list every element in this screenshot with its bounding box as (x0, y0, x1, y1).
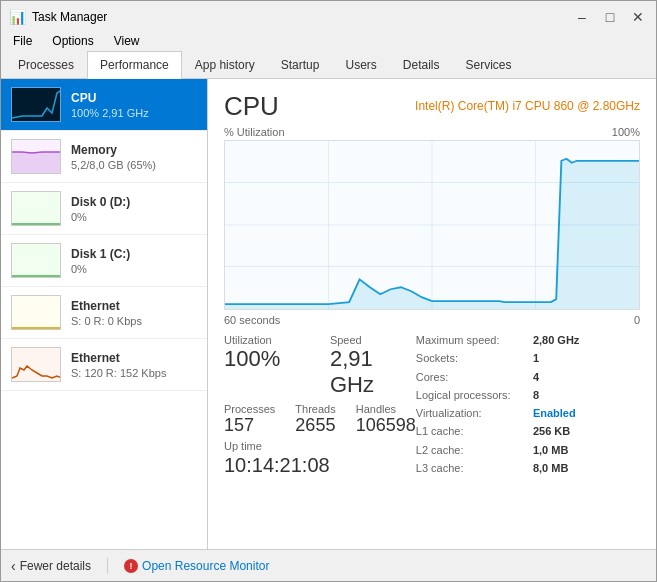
eth1-thumb-graph (12, 296, 61, 330)
handles-label: Handles (356, 403, 416, 415)
memory-thumb-graph (12, 140, 61, 174)
tab-services[interactable]: Services (453, 51, 525, 79)
memory-sub: 5,2/8,0 GB (65%) (71, 159, 197, 171)
title-bar: 📊 Task Manager – □ ✕ (1, 1, 656, 31)
stat-key-5: L1 cache: (416, 425, 523, 441)
speed-label: Speed (330, 334, 416, 346)
window-controls: – □ ✕ (572, 7, 648, 27)
sidebar-item-ethernet2[interactable]: Ethernet S: 120 R: 152 Kbps (1, 339, 207, 391)
stat-val-7: 8,0 MB (533, 462, 640, 478)
disk0-thumbnail (11, 191, 61, 226)
stats-section: Utilization 100% Speed 2,91 GHz Processe… (224, 334, 640, 478)
window-title: Task Manager (32, 10, 107, 24)
sidebar-item-disk1[interactable]: Disk 1 (C:) 0% (1, 235, 207, 287)
graph-y-label: % Utilization (224, 126, 285, 138)
cpu-graph (224, 140, 640, 310)
handles-stat: Handles 106598 (356, 403, 416, 437)
footer-divider (107, 558, 108, 574)
stats-right: Maximum speed: 2,80 GHz Sockets: 1 Cores… (416, 334, 640, 478)
stat-val-2: 4 (533, 371, 640, 387)
cpu-info: CPU 100% 2,91 GHz (71, 91, 197, 119)
disk0-label: Disk 0 (D:) (71, 195, 197, 209)
stat-key-1: Sockets: (416, 352, 523, 368)
uptime-label: Up time (224, 440, 416, 452)
graph-time-right: 0 (634, 314, 640, 326)
sidebar: CPU 100% 2,91 GHz Memory 5,2/8,0 GB (65%… (1, 79, 208, 549)
stat-val-5: 256 KB (533, 425, 640, 441)
uptime-section: Up time 10:14:21:08 (224, 440, 416, 478)
tab-users[interactable]: Users (332, 51, 389, 79)
stat-val-6: 1,0 MB (533, 444, 640, 460)
tab-details[interactable]: Details (390, 51, 453, 79)
disk1-label: Disk 1 (C:) (71, 247, 197, 261)
tab-performance[interactable]: Performance (87, 51, 182, 79)
utilization-stat: Utilization 100% (224, 334, 310, 399)
graph-time-labels: 60 seconds 0 (224, 314, 640, 326)
utilization-value: 100% (224, 346, 310, 372)
disk1-sub: 0% (71, 263, 197, 275)
disk0-sub: 0% (71, 211, 197, 223)
main-content: CPU 100% 2,91 GHz Memory 5,2/8,0 GB (65%… (1, 79, 656, 549)
minimize-button[interactable]: – (572, 7, 592, 27)
menu-view[interactable]: View (110, 32, 144, 50)
cpu-label: CPU (71, 91, 197, 105)
svg-rect-0 (12, 152, 61, 174)
disk1-info: Disk 1 (C:) 0% (71, 247, 197, 275)
uptime-value: 10:14:21:08 (224, 452, 416, 478)
sidebar-item-cpu[interactable]: CPU 100% 2,91 GHz (1, 79, 207, 131)
graph-label: % Utilization 100% (224, 126, 640, 138)
disk1-thumbnail (11, 243, 61, 278)
menu-file[interactable]: File (9, 32, 36, 50)
speed-value: 2,91 GHz (330, 346, 416, 399)
stat-val-1: 1 (533, 352, 640, 368)
handles-value: 106598 (356, 415, 416, 437)
disk0-info: Disk 0 (D:) 0% (71, 195, 197, 223)
fewer-details-button[interactable]: ‹ Fewer details (11, 558, 91, 574)
tab-app-history[interactable]: App history (182, 51, 268, 79)
open-resource-label: Open Resource Monitor (142, 559, 269, 573)
stat-val-3: 8 (533, 389, 640, 405)
close-button[interactable]: ✕ (628, 7, 648, 27)
graph-y-max: 100% (612, 126, 640, 138)
stat-val-4: Enabled (533, 407, 640, 423)
stat-key-2: Cores: (416, 371, 523, 387)
memory-thumbnail (11, 139, 61, 174)
detail-header: CPU Intel(R) Core(TM) i7 CPU 860 @ 2.80G… (224, 91, 640, 122)
ethernet2-sub: S: 120 R: 152 Kbps (71, 367, 197, 379)
maximize-button[interactable]: □ (600, 7, 620, 27)
ethernet2-label: Ethernet (71, 351, 197, 365)
stat-key-6: L2 cache: (416, 444, 523, 460)
threads-stat: Threads 2655 (295, 403, 335, 437)
disk1-thumb-graph (12, 244, 61, 278)
fewer-details-label: Fewer details (20, 559, 91, 573)
stat-key-4: Virtualization: (416, 407, 523, 423)
fewer-details-icon: ‹ (11, 558, 16, 574)
detail-title: CPU (224, 91, 279, 122)
utilization-label: Utilization (224, 334, 310, 346)
detail-panel: CPU Intel(R) Core(TM) i7 CPU 860 @ 2.80G… (208, 79, 656, 549)
menu-bar: File Options View (1, 31, 656, 51)
memory-info: Memory 5,2/8,0 GB (65%) (71, 143, 197, 171)
menu-options[interactable]: Options (48, 32, 97, 50)
processes-stat: Processes 157 (224, 403, 275, 437)
ethernet1-thumbnail (11, 295, 61, 330)
processes-label: Processes (224, 403, 275, 415)
stats-left: Utilization 100% Speed 2,91 GHz Processe… (224, 334, 416, 478)
sidebar-item-memory[interactable]: Memory 5,2/8,0 GB (65%) (1, 131, 207, 183)
ethernet1-sub: S: 0 R: 0 Kbps (71, 315, 197, 327)
ethernet1-label: Ethernet (71, 299, 197, 313)
ethernet1-info: Ethernet S: 0 R: 0 Kbps (71, 299, 197, 327)
cpu-model-name: Intel(R) Core(TM) i7 CPU 860 @ 2.80GHz (415, 99, 640, 113)
footer: ‹ Fewer details ! Open Resource Monitor (1, 549, 656, 581)
threads-value: 2655 (295, 415, 335, 437)
tab-startup[interactable]: Startup (268, 51, 333, 79)
sidebar-item-disk0[interactable]: Disk 0 (D:) 0% (1, 183, 207, 235)
open-resource-monitor-button[interactable]: ! Open Resource Monitor (124, 559, 269, 573)
tab-bar: Processes Performance App history Startu… (1, 51, 656, 79)
sidebar-item-ethernet1[interactable]: Ethernet S: 0 R: 0 Kbps (1, 287, 207, 339)
memory-label: Memory (71, 143, 197, 157)
tab-processes[interactable]: Processes (5, 51, 87, 79)
cpu-thumb-graph (12, 88, 61, 122)
cpu-sub: 100% 2,91 GHz (71, 107, 197, 119)
ethernet2-info: Ethernet S: 120 R: 152 Kbps (71, 351, 197, 379)
